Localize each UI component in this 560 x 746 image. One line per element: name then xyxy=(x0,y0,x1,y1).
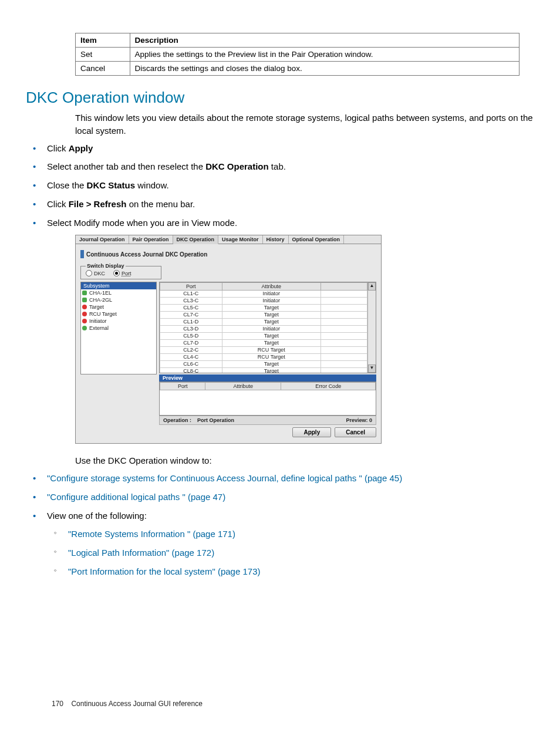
cancel-button[interactable]: Cancel xyxy=(335,427,376,437)
list-item: "Configure additional logical paths " (p… xyxy=(26,491,534,504)
link-configure-paths[interactable]: "Configure additional logical paths " (p… xyxy=(47,492,225,502)
item-description-table: Item Description Set Applies the setting… xyxy=(75,33,519,76)
scroll-down-icon[interactable]: ▼ xyxy=(368,364,376,373)
pv-col-attribute[interactable]: Attribute xyxy=(205,383,281,390)
grid-row[interactable]: CL5-CTarget xyxy=(160,305,367,312)
tree-item[interactable]: Initiator xyxy=(81,318,156,325)
list-item: Select Modify mode when you are in View … xyxy=(26,217,534,229)
table-row: Set Applies the settings to the Preview … xyxy=(76,48,519,62)
tab-usage-monitor[interactable]: Usage Monitor xyxy=(218,235,263,244)
title-bar-icon xyxy=(80,250,84,258)
grid-row[interactable]: CL2-CRCU Target xyxy=(160,347,367,354)
list-item: "Port Information for the local system" … xyxy=(47,565,534,578)
grid-row[interactable]: CL6-CTarget xyxy=(160,361,367,368)
grid-row[interactable]: CL1-CInitiator xyxy=(160,291,367,298)
port-grid[interactable]: Port Attribute CL1-CInitiatorCL3-CInitia… xyxy=(160,282,367,373)
tab-strip: Journal Operation Pair Operation DKC Ope… xyxy=(76,235,381,244)
use-list: "Configure storage systems for Continuou… xyxy=(26,472,534,578)
tree-item[interactable]: RCU Target xyxy=(81,310,156,318)
pv-col-port[interactable]: Port xyxy=(160,383,205,390)
grid-row[interactable]: CL4-CRCU Target xyxy=(160,354,367,361)
pv-col-error-code[interactable]: Error Code xyxy=(281,383,376,390)
grid-row[interactable]: CL7-DTarget xyxy=(160,340,367,347)
list-item: "Logical Path Information" (page 172) xyxy=(47,546,534,559)
tree-item[interactable]: CHA-2GL xyxy=(81,296,156,303)
use-intro: Use the DKC Operation window to: xyxy=(75,454,534,467)
tree-root[interactable]: Subsystem xyxy=(81,282,156,289)
tab-history[interactable]: History xyxy=(263,235,289,244)
list-item: Select another tab and then reselect the… xyxy=(26,160,534,173)
window-title: Continuous Access Journal DKC Operation xyxy=(80,250,376,258)
preview-header: Preview xyxy=(159,374,376,382)
list-item: Close the DKC Status window. xyxy=(26,179,534,192)
link-configure-storage[interactable]: "Configure storage systems for Continuou… xyxy=(47,473,402,483)
grid-row[interactable]: CL1-DTarget xyxy=(160,319,367,326)
preview-grid[interactable]: Port Attribute Error Code xyxy=(159,382,376,416)
tab-optional-operation[interactable]: Optional Operation xyxy=(289,235,345,244)
tab-journal-operation[interactable]: Journal Operation xyxy=(76,235,129,244)
tree-item[interactable]: External xyxy=(81,325,156,332)
list-item: View one of the following: "Remote Syste… xyxy=(26,509,534,578)
tree-item[interactable]: Target xyxy=(81,303,156,310)
switch-display-legend: Switch Display xyxy=(86,263,126,269)
table-row: Cancel Discards the settings and closes … xyxy=(76,62,519,76)
subsystem-tree[interactable]: Subsystem CHA-1EL CHA-2GL Target RCU Tar… xyxy=(80,282,157,374)
intro-paragraph: This window lets you view details about … xyxy=(75,112,534,137)
link-remote-systems[interactable]: "Remote Systems Information " (page 171) xyxy=(68,529,235,539)
grid-row[interactable]: CL3-DInitiator xyxy=(160,326,367,333)
page-footer: 170 Continuous Access Journal GUI refere… xyxy=(52,700,203,708)
radio-port[interactable] xyxy=(113,270,120,276)
col-item: Item xyxy=(76,33,130,48)
switch-display-group: Switch Display DKC Port xyxy=(80,263,161,279)
col-port[interactable]: Port xyxy=(160,283,222,291)
grid-row[interactable]: CL3-CInitiator xyxy=(160,298,367,305)
instruction-list: Click Apply Select another tab and then … xyxy=(26,142,534,229)
vertical-scrollbar[interactable]: ▲ ▼ xyxy=(367,282,376,373)
grid-row[interactable]: CL8-CTarget xyxy=(160,368,367,373)
section-heading: DKC Operation window xyxy=(26,89,534,107)
app-screenshot: Journal Operation Pair Operation DKC Ope… xyxy=(75,235,382,444)
link-logical-path[interactable]: "Logical Path Information" (page 172) xyxy=(68,548,214,558)
apply-button[interactable]: Apply xyxy=(292,427,331,437)
scroll-up-icon[interactable]: ▲ xyxy=(368,282,376,291)
list-item: Click Apply xyxy=(26,142,534,155)
tree-item[interactable]: CHA-1EL xyxy=(81,289,156,296)
tab-dkc-operation[interactable]: DKC Operation xyxy=(173,235,219,244)
col-description: Description xyxy=(130,33,519,48)
list-item: "Remote Systems Information " (page 171) xyxy=(47,528,534,541)
link-port-info[interactable]: "Port Information for the local system" … xyxy=(68,566,260,576)
list-item: "Configure storage systems for Continuou… xyxy=(26,472,534,485)
list-item: Click File > Refresh on the menu bar. xyxy=(26,198,534,211)
tab-pair-operation[interactable]: Pair Operation xyxy=(129,235,173,244)
grid-row[interactable]: CL7-CTarget xyxy=(160,312,367,319)
operation-row: Operation : Port Operation Preview: 0 xyxy=(159,416,376,425)
col-attribute[interactable]: Attribute xyxy=(222,283,321,291)
radio-dkc[interactable] xyxy=(86,270,92,276)
grid-row[interactable]: CL5-DTarget xyxy=(160,333,367,340)
